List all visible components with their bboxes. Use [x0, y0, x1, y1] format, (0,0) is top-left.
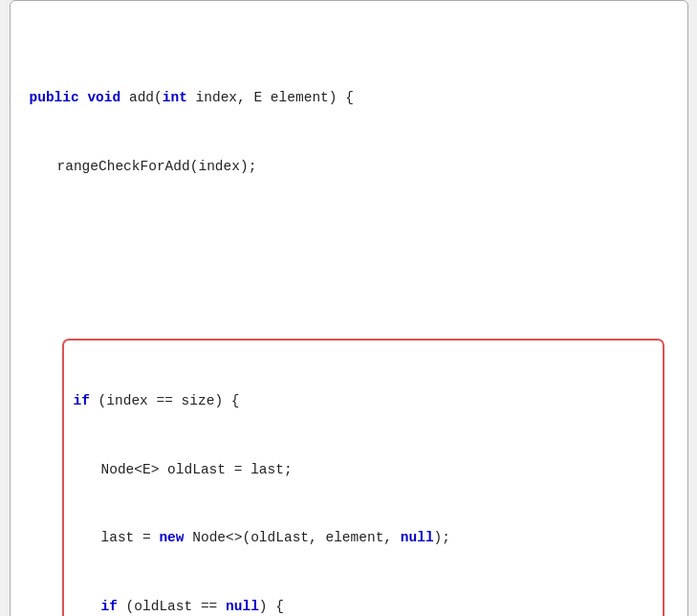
line-6: last = new Node<>(oldLast, element, null…: [74, 527, 653, 550]
line-2: rangeCheckForAdd(index);: [30, 156, 668, 179]
line-7: if (oldLast == null) {: [74, 596, 653, 616]
code-block: public void add(int index, E element) { …: [30, 18, 668, 616]
line-1: public void add(int index, E element) {: [30, 87, 668, 110]
code-container: public void add(int index, E element) { …: [10, 0, 688, 616]
line-4: if (index == size) {: [74, 390, 653, 413]
line-3: [30, 224, 668, 247]
line-5: Node<E> oldLast = last;: [74, 459, 653, 482]
